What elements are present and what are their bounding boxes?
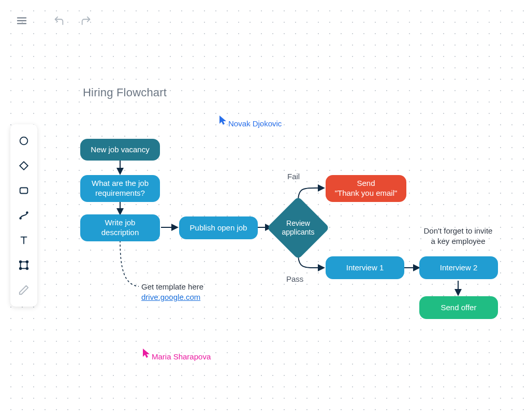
diagram-title[interactable]: Hiring Flowchart [83,86,167,99]
node-interview-2[interactable]: Interview 2 [419,256,498,279]
cursor-icon [219,115,227,125]
svg-rect-12 [20,188,28,194]
cursor-icon [142,348,151,358]
undo-icon[interactable] [52,13,66,28]
node-label: Interview 1 [346,263,384,273]
template-link[interactable]: drive.google.com [141,293,200,301]
svg-point-20 [20,268,22,270]
svg-point-14 [26,212,28,213]
menu-icon[interactable] [14,13,29,28]
annotation-text: Get template here [141,282,203,291]
node-label: New job vacancy [91,145,149,155]
remote-cursor-maria: Maria Sharapova [142,348,211,361]
node-requirements[interactable]: What are the job requirements? [80,175,160,202]
node-label: Interview 2 [440,263,478,273]
node-new-job-vacancy[interactable]: New job vacancy [80,139,160,161]
edge-label-fail: Fail [287,172,300,181]
tool-diamond[interactable] [13,155,34,176]
tool-pen[interactable] [13,280,34,300]
node-label: Write job description [86,218,154,238]
shape-toolbar [10,124,37,307]
node-interview-1[interactable]: Interview 1 [326,256,404,279]
svg-point-19 [26,261,28,263]
svg-point-10 [20,137,28,145]
node-send-thanks[interactable]: Send "Thank you email" [326,175,406,202]
tool-rectangle[interactable] [13,180,34,201]
svg-point-13 [20,218,21,219]
node-label: Publish open job [190,223,247,233]
svg-point-18 [20,261,22,263]
top-toolbar [14,13,93,28]
node-label: Send "Thank you email" [335,179,398,198]
redo-icon[interactable] [79,13,93,28]
node-review-applicants[interactable]: Review applicants [276,206,320,250]
tool-connector[interactable] [13,205,34,226]
tool-frame[interactable] [13,255,34,276]
annotation-invite[interactable]: Don't forget to invite a key employee [417,226,500,247]
remote-cursor-label: Maria Sharapova [152,352,211,361]
edge-label-pass: Pass [286,274,303,283]
svg-rect-11 [20,162,28,170]
node-write-description[interactable]: Write job description [80,214,160,241]
node-publish-job[interactable]: Publish open job [179,216,258,239]
svg-point-21 [26,268,28,270]
node-label: What are the job requirements? [86,179,154,198]
annotation-template[interactable]: Get template here drive.google.com [141,282,203,303]
node-label: Send offer [441,303,477,313]
tool-text[interactable] [13,230,34,251]
node-send-offer[interactable]: Send offer [419,296,498,319]
remote-cursor-label: Novak Djokovic [228,119,282,128]
tool-ellipse[interactable] [13,131,34,151]
node-label: Review applicants [276,219,320,237]
diagram-canvas[interactable]: Hiring Flowchart Novak Djokovic Maria Sh… [0,0,528,420]
remote-cursor-novak: Novak Djokovic [219,115,282,128]
